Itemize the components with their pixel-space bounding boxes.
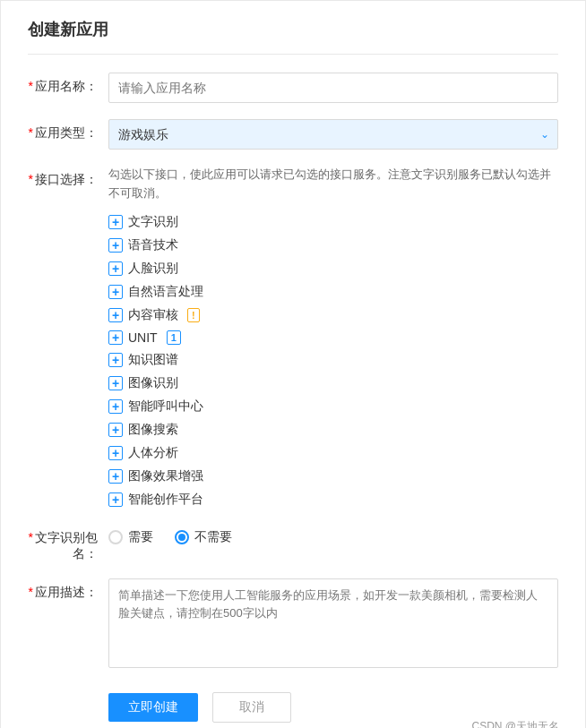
api-item[interactable]: +自然语言处理 bbox=[108, 284, 558, 300]
api-item-label: 语音技术 bbox=[128, 237, 178, 253]
api-list: +文字识别+语音技术+人脸识别+自然语言处理+内容审核!+UNIT1+知识图谱+… bbox=[108, 214, 558, 508]
required-star: * bbox=[29, 79, 33, 93]
ocr-radio-group: 需要 不需要 bbox=[108, 524, 558, 545]
api-item[interactable]: +图像搜索 bbox=[108, 422, 558, 438]
api-item-label: 知识图谱 bbox=[128, 352, 178, 368]
api-item[interactable]: +UNIT1 bbox=[108, 330, 558, 345]
api-item-label: 图像识别 bbox=[128, 375, 178, 391]
plus-icon: + bbox=[108, 353, 123, 367]
api-item[interactable]: +内容审核! bbox=[108, 307, 558, 323]
api-badge: ! bbox=[187, 308, 200, 322]
radio-circle-need bbox=[108, 530, 123, 544]
ocr-radio-noneed[interactable]: 不需要 bbox=[175, 529, 232, 545]
api-item[interactable]: +智能创作平台 bbox=[108, 492, 558, 508]
api-item[interactable]: +人体分析 bbox=[108, 445, 558, 461]
api-item-label: 智能呼叫中心 bbox=[128, 398, 203, 415]
desc-textarea[interactable] bbox=[108, 578, 558, 668]
api-selection-row: *接口选择： 勾选以下接口，使此应用可以请求已勾选的接口服务。注意文字识别服务已… bbox=[28, 166, 558, 508]
api-note: 勾选以下接口，使此应用可以请求已勾选的接口服务。注意文字识别服务已默认勾选并不可… bbox=[108, 166, 558, 203]
api-item-label: 人体分析 bbox=[128, 445, 178, 461]
form-container: 创建新应用 *应用名称： *应用类型： 游戏娱乐 教育 医疗 bbox=[0, 0, 586, 728]
form-actions: 立即创建 取消 bbox=[28, 692, 558, 723]
plus-icon: + bbox=[108, 469, 123, 484]
api-item[interactable]: +图像效果增强 bbox=[108, 468, 558, 484]
plus-icon: + bbox=[108, 308, 123, 322]
api-item-label: 人脸识别 bbox=[128, 261, 178, 277]
api-label: *接口选择： bbox=[28, 166, 108, 188]
api-item[interactable]: +智能呼叫中心 bbox=[108, 398, 558, 415]
page-wrapper: 创建新应用 *应用名称： *应用类型： 游戏娱乐 教育 医疗 bbox=[0, 0, 586, 728]
desc-row: *应用描述： bbox=[28, 578, 558, 671]
ocr-content: 需要 不需要 bbox=[108, 524, 558, 545]
api-item[interactable]: +语音技术 bbox=[108, 237, 558, 253]
required-star-desc: * bbox=[29, 585, 33, 599]
plus-icon: + bbox=[108, 446, 123, 460]
app-type-select[interactable]: 游戏娱乐 教育 医疗 金融 其他 bbox=[108, 119, 558, 150]
app-name-input[interactable] bbox=[108, 73, 558, 103]
plus-icon: + bbox=[108, 423, 123, 437]
api-item-label: 内容审核 bbox=[128, 307, 178, 323]
app-type-select-wrapper: 游戏娱乐 教育 医疗 金融 其他 ⌄ bbox=[108, 119, 558, 150]
app-name-content bbox=[108, 73, 558, 103]
plus-icon: + bbox=[108, 330, 123, 345]
ocr-label: *文字识别包名： bbox=[28, 524, 108, 562]
required-star-ocr: * bbox=[29, 530, 33, 544]
api-item-label: 自然语言处理 bbox=[128, 284, 203, 300]
plus-icon: + bbox=[108, 238, 123, 253]
api-item[interactable]: +文字识别 bbox=[108, 214, 558, 230]
api-item[interactable]: +知识图谱 bbox=[108, 352, 558, 368]
api-item-label: UNIT bbox=[128, 330, 158, 345]
api-item-label: 图像搜索 bbox=[128, 422, 178, 438]
required-star-type: * bbox=[29, 125, 33, 140]
api-item-label: 智能创作平台 bbox=[128, 492, 203, 508]
plus-icon: + bbox=[108, 261, 123, 276]
api-badge: 1 bbox=[167, 330, 181, 345]
api-item[interactable]: +人脸识别 bbox=[108, 261, 558, 277]
app-type-label: *应用类型： bbox=[28, 119, 108, 141]
plus-icon: + bbox=[108, 376, 123, 390]
radio-circle-noneed bbox=[175, 530, 189, 544]
app-name-label: *应用名称： bbox=[28, 73, 108, 95]
page-title: 创建新应用 bbox=[28, 19, 558, 55]
watermark: CSDN @天地无名 bbox=[471, 719, 559, 728]
radio-label-noneed: 不需要 bbox=[194, 529, 232, 545]
plus-icon: + bbox=[108, 399, 123, 414]
ocr-radio-need[interactable]: 需要 bbox=[108, 529, 153, 545]
radio-label-need: 需要 bbox=[128, 529, 153, 545]
plus-icon: + bbox=[108, 215, 123, 229]
submit-button[interactable]: 立即创建 bbox=[108, 693, 198, 722]
required-star-api: * bbox=[29, 172, 33, 186]
ocr-row: *文字识别包名： 需要 不需要 bbox=[28, 524, 558, 562]
api-item-label: 文字识别 bbox=[128, 214, 178, 230]
cancel-button[interactable]: 取消 bbox=[212, 692, 291, 723]
app-type-row: *应用类型： 游戏娱乐 教育 医疗 金融 其他 ⌄ bbox=[28, 119, 558, 150]
app-type-content: 游戏娱乐 教育 医疗 金融 其他 ⌄ bbox=[108, 119, 558, 150]
api-content: 勾选以下接口，使此应用可以请求已勾选的接口服务。注意文字识别服务已默认勾选并不可… bbox=[108, 166, 558, 508]
app-name-row: *应用名称： bbox=[28, 73, 558, 103]
plus-icon: + bbox=[108, 492, 123, 507]
desc-content bbox=[108, 578, 558, 671]
desc-label: *应用描述： bbox=[28, 578, 108, 601]
api-item-label: 图像效果增强 bbox=[128, 468, 203, 484]
plus-icon: + bbox=[108, 285, 123, 299]
api-item[interactable]: +图像识别 bbox=[108, 375, 558, 391]
